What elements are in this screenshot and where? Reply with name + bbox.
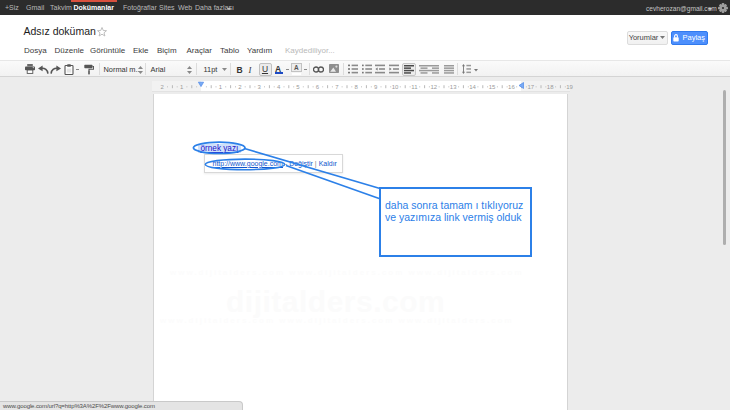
svg-text:16: 16 bbox=[508, 84, 515, 90]
svg-text:11: 11 bbox=[411, 84, 418, 90]
svg-text:18: 18 bbox=[547, 84, 554, 90]
svg-text:12: 12 bbox=[430, 84, 437, 90]
svg-text:10: 10 bbox=[392, 84, 399, 90]
svg-text:19: 19 bbox=[566, 84, 573, 90]
svg-text:14: 14 bbox=[469, 84, 476, 90]
svg-text:17: 17 bbox=[527, 84, 534, 90]
svg-text:13: 13 bbox=[450, 84, 457, 90]
svg-text:15: 15 bbox=[489, 84, 496, 90]
